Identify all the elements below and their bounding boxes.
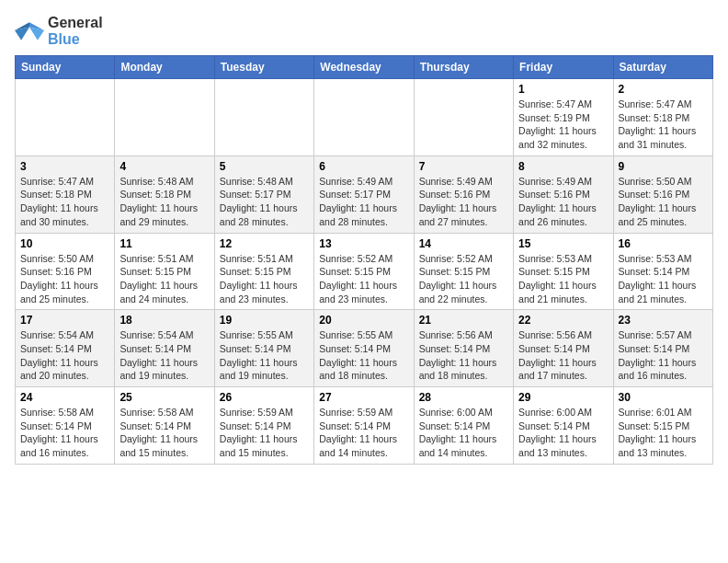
- calendar-cell: 22Sunrise: 5:56 AM Sunset: 5:14 PM Dayli…: [514, 310, 613, 387]
- day-info: Sunrise: 5:49 AM Sunset: 5:16 PM Dayligh…: [419, 175, 508, 229]
- svg-marker-2: [29, 28, 44, 40]
- weekday-header-thursday: Thursday: [414, 56, 513, 79]
- day-number: 26: [220, 391, 309, 404]
- day-info: Sunrise: 5:52 AM Sunset: 5:15 PM Dayligh…: [319, 252, 408, 306]
- day-info: Sunrise: 5:58 AM Sunset: 5:14 PM Dayligh…: [20, 406, 109, 460]
- calendar-cell: 12Sunrise: 5:51 AM Sunset: 5:15 PM Dayli…: [214, 233, 313, 310]
- calendar-cell: 24Sunrise: 5:58 AM Sunset: 5:14 PM Dayli…: [16, 387, 115, 465]
- weekday-header-monday: Monday: [115, 56, 214, 79]
- day-info: Sunrise: 6:01 AM Sunset: 5:15 PM Dayligh…: [619, 406, 708, 460]
- day-info: Sunrise: 5:56 AM Sunset: 5:14 PM Dayligh…: [518, 328, 608, 383]
- day-number: 30: [619, 391, 708, 404]
- calendar-cell: [16, 79, 115, 156]
- day-info: Sunrise: 5:48 AM Sunset: 5:18 PM Dayligh…: [119, 175, 209, 229]
- day-info: Sunrise: 6:00 AM Sunset: 5:14 PM Dayligh…: [419, 406, 508, 460]
- weekday-header-wednesday: Wednesday: [314, 56, 414, 79]
- day-info: Sunrise: 5:56 AM Sunset: 5:14 PM Dayligh…: [419, 328, 508, 383]
- calendar-cell: 4Sunrise: 5:48 AM Sunset: 5:18 PM Daylig…: [115, 155, 214, 233]
- week-row-2: 3Sunrise: 5:47 AM Sunset: 5:18 PM Daylig…: [16, 155, 713, 233]
- day-number: 18: [119, 314, 209, 327]
- day-number: 22: [518, 314, 608, 327]
- weekday-header-tuesday: Tuesday: [214, 56, 313, 79]
- day-number: 20: [319, 314, 408, 327]
- calendar-cell: 28Sunrise: 6:00 AM Sunset: 5:14 PM Dayli…: [414, 387, 513, 465]
- day-number: 17: [20, 314, 109, 327]
- day-info: Sunrise: 5:47 AM Sunset: 5:18 PM Dayligh…: [619, 98, 708, 152]
- day-info: Sunrise: 5:55 AM Sunset: 5:14 PM Dayligh…: [220, 328, 309, 383]
- day-number: 25: [119, 391, 209, 404]
- day-number: 19: [220, 314, 309, 327]
- day-info: Sunrise: 5:49 AM Sunset: 5:16 PM Dayligh…: [518, 175, 608, 229]
- calendar-cell: 15Sunrise: 5:53 AM Sunset: 5:15 PM Dayli…: [514, 233, 613, 310]
- calendar-cell: 30Sunrise: 6:01 AM Sunset: 5:15 PM Dayli…: [613, 387, 712, 465]
- calendar-cell: [214, 79, 313, 156]
- calendar-cell: 2Sunrise: 5:47 AM Sunset: 5:18 PM Daylig…: [613, 79, 712, 156]
- page-header: General Blue: [15, 15, 713, 48]
- day-number: 23: [619, 314, 708, 327]
- day-info: Sunrise: 5:55 AM Sunset: 5:14 PM Dayligh…: [319, 328, 408, 383]
- day-info: Sunrise: 5:51 AM Sunset: 5:15 PM Dayligh…: [220, 252, 309, 306]
- calendar-cell: 23Sunrise: 5:57 AM Sunset: 5:14 PM Dayli…: [613, 310, 712, 387]
- day-info: Sunrise: 5:47 AM Sunset: 5:19 PM Dayligh…: [518, 98, 608, 152]
- day-number: 6: [319, 160, 408, 173]
- day-info: Sunrise: 5:47 AM Sunset: 5:18 PM Dayligh…: [20, 175, 109, 229]
- calendar-table: SundayMondayTuesdayWednesdayThursdayFrid…: [15, 55, 713, 465]
- day-number: 27: [319, 391, 408, 404]
- day-info: Sunrise: 5:59 AM Sunset: 5:14 PM Dayligh…: [220, 406, 309, 460]
- day-number: 11: [119, 237, 209, 250]
- weekday-header-friday: Friday: [514, 56, 613, 79]
- calendar-cell: 27Sunrise: 5:59 AM Sunset: 5:14 PM Dayli…: [314, 387, 414, 465]
- day-number: 5: [220, 160, 309, 173]
- calendar-cell: 11Sunrise: 5:51 AM Sunset: 5:15 PM Dayli…: [115, 233, 214, 310]
- day-info: Sunrise: 5:59 AM Sunset: 5:14 PM Dayligh…: [319, 406, 408, 460]
- calendar-cell: 13Sunrise: 5:52 AM Sunset: 5:15 PM Dayli…: [314, 233, 414, 310]
- calendar-cell: 18Sunrise: 5:54 AM Sunset: 5:14 PM Dayli…: [115, 310, 214, 387]
- calendar-cell: [414, 79, 513, 156]
- day-info: Sunrise: 5:54 AM Sunset: 5:14 PM Dayligh…: [20, 328, 109, 383]
- day-number: 21: [419, 314, 508, 327]
- day-number: 28: [419, 391, 508, 404]
- day-number: 10: [20, 237, 109, 250]
- day-number: 2: [619, 83, 708, 96]
- calendar-cell: 8Sunrise: 5:49 AM Sunset: 5:16 PM Daylig…: [514, 155, 613, 233]
- calendar-cell: 7Sunrise: 5:49 AM Sunset: 5:16 PM Daylig…: [414, 155, 513, 233]
- day-number: 13: [319, 237, 408, 250]
- weekday-header-row: SundayMondayTuesdayWednesdayThursdayFrid…: [16, 56, 713, 79]
- week-row-1: 1Sunrise: 5:47 AM Sunset: 5:19 PM Daylig…: [16, 79, 713, 156]
- svg-marker-3: [15, 28, 29, 40]
- calendar-cell: 9Sunrise: 5:50 AM Sunset: 5:16 PM Daylig…: [613, 155, 712, 233]
- calendar-cell: 25Sunrise: 5:58 AM Sunset: 5:14 PM Dayli…: [115, 387, 214, 465]
- calendar-cell: 20Sunrise: 5:55 AM Sunset: 5:14 PM Dayli…: [314, 310, 414, 387]
- day-number: 16: [619, 237, 708, 250]
- calendar-cell: 5Sunrise: 5:48 AM Sunset: 5:17 PM Daylig…: [214, 155, 313, 233]
- day-info: Sunrise: 5:54 AM Sunset: 5:14 PM Dayligh…: [119, 328, 209, 383]
- day-number: 24: [20, 391, 109, 404]
- day-number: 15: [518, 237, 608, 250]
- calendar-cell: 29Sunrise: 6:00 AM Sunset: 5:14 PM Dayli…: [514, 387, 613, 465]
- day-number: 1: [518, 83, 608, 96]
- day-info: Sunrise: 6:00 AM Sunset: 5:14 PM Dayligh…: [518, 406, 608, 460]
- week-row-5: 24Sunrise: 5:58 AM Sunset: 5:14 PM Dayli…: [16, 387, 713, 465]
- day-info: Sunrise: 5:50 AM Sunset: 5:16 PM Dayligh…: [619, 175, 708, 229]
- day-number: 9: [619, 160, 708, 173]
- day-number: 12: [220, 237, 309, 250]
- day-info: Sunrise: 5:52 AM Sunset: 5:15 PM Dayligh…: [419, 252, 508, 306]
- weekday-header-saturday: Saturday: [613, 56, 712, 79]
- calendar-cell: 16Sunrise: 5:53 AM Sunset: 5:14 PM Dayli…: [613, 233, 712, 310]
- day-info: Sunrise: 5:57 AM Sunset: 5:14 PM Dayligh…: [619, 328, 708, 383]
- calendar-cell: 14Sunrise: 5:52 AM Sunset: 5:15 PM Dayli…: [414, 233, 513, 310]
- day-info: Sunrise: 5:50 AM Sunset: 5:16 PM Dayligh…: [20, 252, 109, 306]
- day-info: Sunrise: 5:49 AM Sunset: 5:17 PM Dayligh…: [319, 175, 408, 229]
- calendar-cell: 19Sunrise: 5:55 AM Sunset: 5:14 PM Dayli…: [214, 310, 313, 387]
- calendar-cell: 17Sunrise: 5:54 AM Sunset: 5:14 PM Dayli…: [16, 310, 115, 387]
- calendar-cell: 1Sunrise: 5:47 AM Sunset: 5:19 PM Daylig…: [514, 79, 613, 156]
- calendar-cell: [314, 79, 414, 156]
- day-number: 4: [119, 160, 209, 173]
- week-row-4: 17Sunrise: 5:54 AM Sunset: 5:14 PM Dayli…: [16, 310, 713, 387]
- logo: General Blue: [15, 15, 103, 48]
- calendar-cell: 6Sunrise: 5:49 AM Sunset: 5:17 PM Daylig…: [314, 155, 414, 233]
- calendar-cell: 10Sunrise: 5:50 AM Sunset: 5:16 PM Dayli…: [16, 233, 115, 310]
- day-info: Sunrise: 5:51 AM Sunset: 5:15 PM Dayligh…: [119, 252, 209, 306]
- day-number: 29: [518, 391, 608, 404]
- calendar-cell: 21Sunrise: 5:56 AM Sunset: 5:14 PM Dayli…: [414, 310, 513, 387]
